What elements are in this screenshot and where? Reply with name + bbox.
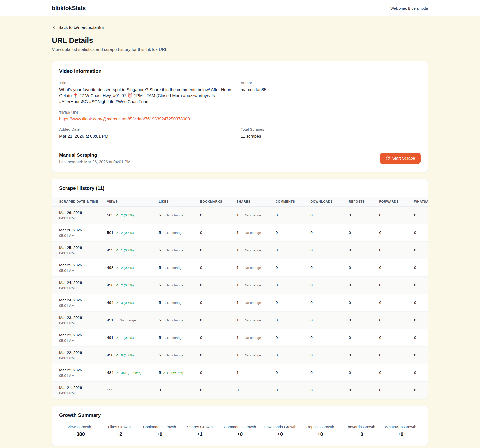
views-change-increase: ↗+6 (1.2%) (116, 353, 134, 357)
views-cell: 491↗+1 (0.2%) (107, 329, 159, 346)
views-cell: 499↗+1 (0.2%) (107, 241, 159, 259)
no-change-arrow-icon: → (163, 213, 166, 217)
likes-value: 5 (159, 283, 161, 287)
views-value: 496 (107, 283, 114, 287)
column-header-likes: LIKES (159, 197, 200, 206)
views-value: 490 (107, 353, 114, 357)
scraped-date-cell: Mar 26, 202604:01 PM (52, 206, 107, 224)
scraped-date-cell: Mar 25, 202604:01 PM (52, 241, 107, 259)
comments-cell: 0 (276, 206, 311, 224)
forwards-cell: 0 (379, 206, 414, 224)
forwards-cell: 0 (379, 346, 414, 364)
bookmarks-value: 0 (200, 230, 202, 235)
column-header-bookmarks: BOOKMARKS (200, 197, 237, 206)
forwards-cell: 0 (379, 329, 414, 346)
back-link[interactable]: Back to @marcus.tan85 (52, 25, 104, 30)
views-cell: 123 (107, 381, 159, 399)
added-date-value: Mar 21, 2026 at 03:01 PM (59, 133, 237, 139)
bookmarks-value: 0 (200, 318, 202, 322)
growth-item-value: +0 (220, 431, 260, 437)
likes-value: 3 (159, 388, 161, 392)
table-header-row: SCRAPED DATE & TIMEVIEWSLIKESBOOKMARKSSH… (52, 197, 428, 206)
bookmarks-value: 0 (200, 283, 202, 287)
start-scrape-button[interactable]: Start Scrape (380, 153, 421, 164)
forwards-cell: 0 (379, 224, 414, 241)
growth-item: Forwards Growth+0 (340, 425, 381, 437)
history-row: Mar 22, 202605:01 AM484↗+361 (293.5%)5↗+… (52, 364, 428, 381)
divider (59, 146, 421, 146)
shares-value: 1 (236, 230, 239, 235)
history-row: Mar 24, 202604:01 PM496↗+2 (0.4%)5→No ch… (52, 276, 428, 294)
views-cell: 491→No change (107, 311, 159, 329)
reposts-cell: 0 (349, 276, 380, 294)
comments-cell: 0 (276, 259, 311, 276)
total-scrapes-block: Total Scrapes 11 scrapes (241, 127, 421, 139)
whatsapp-cell: 0 (414, 381, 428, 399)
whatsapp-value: 0 (414, 230, 416, 235)
back-link-label: Back to @marcus.tan85 (58, 25, 104, 30)
no-change-arrow-icon: → (241, 283, 244, 287)
shares-cell: 1→No change (236, 259, 276, 276)
forwards-cell: 0 (379, 276, 414, 294)
forwards-value: 0 (379, 353, 382, 357)
forwards-value: 0 (379, 230, 382, 235)
scraped-date: Mar 24, 2026 (59, 280, 105, 285)
refresh-icon (386, 156, 390, 160)
views-cell: 501↗+2 (0.4%) (107, 224, 159, 241)
no-change-arrow-icon: → (163, 318, 166, 322)
views-value: 501 (107, 230, 114, 235)
growth-item-value: +2 (100, 431, 140, 437)
whatsapp-value: 0 (414, 248, 416, 252)
whatsapp-cell: 0 (414, 259, 428, 276)
scraped-date: Mar 23, 2026 (59, 315, 105, 320)
likes-change-no-change: →No change (163, 248, 184, 252)
shares-cell: 1→No change (236, 311, 276, 329)
scraped-time: 04:01 PM (59, 286, 105, 290)
shares-cell: 1 (236, 364, 276, 381)
comments-value: 0 (276, 335, 278, 340)
video-info-heading: Video Information (59, 68, 421, 74)
scraped-date-cell: Mar 24, 202605:01 AM (52, 294, 107, 311)
downloads-value: 0 (310, 248, 313, 252)
no-change-arrow-icon: → (163, 231, 166, 235)
reposts-value: 0 (349, 388, 351, 392)
welcome-text: Welcome, Bluelambda (390, 6, 428, 10)
views-cell: 490↗+6 (1.2%) (107, 346, 159, 364)
comments-value: 0 (276, 230, 278, 235)
scrape-history-heading: Scrape History (11) (52, 179, 428, 197)
bookmarks-value: 0 (200, 265, 202, 270)
brand-logo[interactable]: bltiktokStats (52, 5, 86, 12)
tiktok-url-link[interactable]: https://www.tiktok.com/@marcus.tan85/vid… (59, 117, 190, 121)
downloads-cell: 0 (310, 346, 349, 364)
views-change-increase: ↗+3 (0.6%) (116, 301, 134, 305)
scraped-date-cell: Mar 26, 202605:01 AM (52, 224, 107, 241)
likes-cell: 5→No change (159, 259, 200, 276)
shares-value: 1 (236, 265, 239, 270)
no-change-arrow-icon: → (116, 318, 119, 322)
reposts-cell: 0 (349, 206, 380, 224)
likes-change-increase: ↗+2 (66.7%) (163, 371, 183, 375)
reposts-value: 0 (349, 318, 351, 322)
shares-change-no-change: →No change (241, 248, 261, 252)
video-author-value: marcus.tan85 (241, 87, 421, 93)
comments-cell: 0 (276, 364, 311, 381)
shares-cell: 1→No change (236, 294, 276, 311)
likes-value: 5 (159, 370, 161, 375)
comments-value: 0 (276, 283, 278, 287)
scraped-time: 04:01 PM (59, 251, 105, 255)
growth-item: Shares Growth+1 (180, 425, 220, 437)
history-row: Mar 25, 202605:01 AM498↗+2 (0.4%)5→No ch… (52, 259, 428, 276)
whatsapp-value: 0 (414, 300, 416, 305)
comments-value: 0 (276, 370, 278, 375)
history-row: Mar 26, 202604:01 PM503↗+2 (0.4%)5→No ch… (52, 206, 428, 224)
likes-cell: 5→No change (159, 241, 200, 259)
bookmarks-cell: 0 (200, 294, 237, 311)
video-info-card: Video Information Title What's your favo… (52, 61, 428, 172)
growth-item-label: Comments Growth (220, 425, 260, 429)
no-change-arrow-icon: → (163, 248, 166, 252)
growth-item: Views Growth+380 (59, 425, 100, 437)
scraped-time: 05:01 AM (59, 269, 105, 273)
growth-item: Downloads Growth+0 (260, 425, 300, 437)
growth-grid: Views Growth+380Likes Growth+2Bookmarks … (59, 425, 421, 437)
scraped-time: 05:01 AM (59, 304, 105, 308)
